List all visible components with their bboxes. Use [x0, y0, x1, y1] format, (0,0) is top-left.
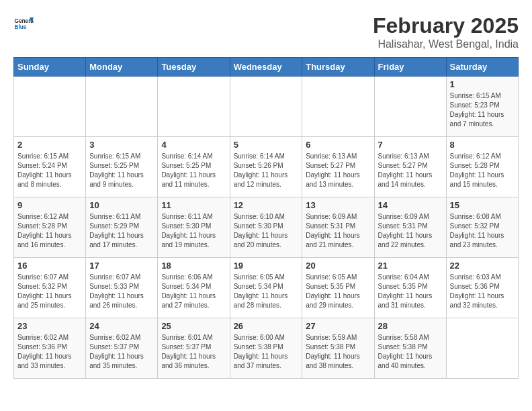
calendar-cell: 7Sunrise: 6:13 AM Sunset: 5:27 PM Daylig… — [374, 137, 446, 197]
calendar-cell: 24Sunrise: 6:02 AM Sunset: 5:37 PM Dayli… — [86, 318, 158, 379]
calendar-week-2: 9Sunrise: 6:12 AM Sunset: 5:28 PM Daylig… — [14, 197, 519, 258]
calendar-cell: 25Sunrise: 6:01 AM Sunset: 5:37 PM Dayli… — [158, 318, 230, 379]
calendar-cell: 28Sunrise: 5:58 AM Sunset: 5:38 PM Dayli… — [374, 318, 446, 379]
calendar-cell — [158, 77, 230, 137]
calendar-cell: 21Sunrise: 6:04 AM Sunset: 5:35 PM Dayli… — [374, 258, 446, 318]
day-info: Sunrise: 6:15 AM Sunset: 5:23 PM Dayligh… — [450, 91, 515, 129]
day-number: 16 — [17, 261, 82, 271]
calendar-cell — [14, 77, 86, 137]
day-info: Sunrise: 6:12 AM Sunset: 5:28 PM Dayligh… — [17, 212, 82, 250]
day-number: 28 — [378, 321, 443, 331]
day-number: 13 — [306, 200, 370, 210]
calendar-week-0: 1Sunrise: 6:15 AM Sunset: 5:23 PM Daylig… — [14, 77, 519, 137]
calendar-cell: 4Sunrise: 6:14 AM Sunset: 5:25 PM Daylig… — [158, 137, 230, 197]
day-number: 9 — [17, 200, 82, 210]
day-number: 4 — [161, 140, 226, 150]
day-info: Sunrise: 6:10 AM Sunset: 5:30 PM Dayligh… — [234, 212, 299, 250]
logo: General Blue — [13, 13, 34, 34]
day-number: 20 — [306, 261, 370, 271]
day-info: Sunrise: 6:02 AM Sunset: 5:36 PM Dayligh… — [17, 333, 82, 371]
day-info: Sunrise: 6:14 AM Sunset: 5:26 PM Dayligh… — [234, 152, 299, 189]
day-number: 26 — [234, 321, 299, 331]
day-info: Sunrise: 6:12 AM Sunset: 5:28 PM Dayligh… — [450, 152, 515, 189]
day-number: 1 — [450, 79, 515, 89]
calendar-cell: 22Sunrise: 6:03 AM Sunset: 5:36 PM Dayli… — [446, 258, 518, 318]
day-number: 6 — [306, 140, 370, 150]
column-header-saturday: Saturday — [446, 58, 518, 77]
column-header-tuesday: Tuesday — [158, 58, 230, 77]
day-info: Sunrise: 6:15 AM Sunset: 5:25 PM Dayligh… — [89, 152, 154, 189]
calendar-cell: 9Sunrise: 6:12 AM Sunset: 5:28 PM Daylig… — [14, 197, 86, 258]
day-number: 8 — [450, 140, 515, 150]
svg-text:Blue: Blue — [15, 24, 27, 30]
calendar-cell: 11Sunrise: 6:11 AM Sunset: 5:30 PM Dayli… — [158, 197, 230, 258]
day-number: 25 — [161, 321, 226, 331]
day-number: 22 — [450, 261, 515, 271]
calendar-cell: 12Sunrise: 6:10 AM Sunset: 5:30 PM Dayli… — [230, 197, 302, 258]
day-info: Sunrise: 6:13 AM Sunset: 5:27 PM Dayligh… — [378, 152, 443, 189]
calendar-week-3: 16Sunrise: 6:07 AM Sunset: 5:32 PM Dayli… — [14, 258, 519, 318]
day-number: 14 — [378, 200, 443, 210]
calendar-cell — [374, 77, 446, 137]
calendar-cell: 14Sunrise: 6:09 AM Sunset: 5:31 PM Dayli… — [374, 197, 446, 258]
calendar-week-1: 2Sunrise: 6:15 AM Sunset: 5:24 PM Daylig… — [14, 137, 519, 197]
day-number: 10 — [89, 200, 154, 210]
day-info: Sunrise: 5:59 AM Sunset: 5:38 PM Dayligh… — [306, 333, 370, 371]
day-number: 23 — [17, 321, 82, 331]
calendar-cell — [446, 318, 518, 379]
month-title: February 2025 — [373, 13, 519, 38]
day-info: Sunrise: 6:04 AM Sunset: 5:35 PM Dayligh… — [378, 273, 443, 310]
day-info: Sunrise: 6:09 AM Sunset: 5:31 PM Dayligh… — [306, 212, 370, 250]
day-info: Sunrise: 6:11 AM Sunset: 5:30 PM Dayligh… — [161, 212, 226, 250]
column-header-sunday: Sunday — [14, 58, 86, 77]
day-info: Sunrise: 6:11 AM Sunset: 5:29 PM Dayligh… — [89, 212, 154, 250]
day-info: Sunrise: 6:15 AM Sunset: 5:24 PM Dayligh… — [17, 152, 82, 189]
calendar-header-row: SundayMondayTuesdayWednesdayThursdayFrid… — [14, 58, 519, 77]
day-info: Sunrise: 6:03 AM Sunset: 5:36 PM Dayligh… — [450, 273, 515, 310]
calendar-cell — [86, 77, 158, 137]
calendar-table: SundayMondayTuesdayWednesdayThursdayFrid… — [13, 57, 519, 379]
column-header-friday: Friday — [374, 58, 446, 77]
day-number: 15 — [450, 200, 515, 210]
day-number: 17 — [89, 261, 154, 271]
calendar-cell: 19Sunrise: 6:05 AM Sunset: 5:34 PM Dayli… — [230, 258, 302, 318]
day-number: 18 — [161, 261, 226, 271]
calendar-cell: 17Sunrise: 6:07 AM Sunset: 5:33 PM Dayli… — [86, 258, 158, 318]
calendar-cell: 2Sunrise: 6:15 AM Sunset: 5:24 PM Daylig… — [14, 137, 86, 197]
calendar-body: 1Sunrise: 6:15 AM Sunset: 5:23 PM Daylig… — [14, 77, 519, 379]
calendar-cell — [230, 77, 302, 137]
day-number: 11 — [161, 200, 226, 210]
title-area: February 2025 Halisahar, West Bengal, In… — [373, 13, 519, 50]
day-number: 19 — [234, 261, 299, 271]
day-number: 21 — [378, 261, 443, 271]
calendar-cell: 8Sunrise: 6:12 AM Sunset: 5:28 PM Daylig… — [446, 137, 518, 197]
calendar-cell: 20Sunrise: 6:05 AM Sunset: 5:35 PM Dayli… — [302, 258, 374, 318]
day-info: Sunrise: 5:58 AM Sunset: 5:38 PM Dayligh… — [378, 333, 443, 371]
calendar-cell: 3Sunrise: 6:15 AM Sunset: 5:25 PM Daylig… — [86, 137, 158, 197]
day-info: Sunrise: 6:14 AM Sunset: 5:25 PM Dayligh… — [161, 152, 226, 189]
day-info: Sunrise: 6:02 AM Sunset: 5:37 PM Dayligh… — [89, 333, 154, 371]
calendar-cell: 23Sunrise: 6:02 AM Sunset: 5:36 PM Dayli… — [14, 318, 86, 379]
day-number: 24 — [89, 321, 154, 331]
calendar-cell: 1Sunrise: 6:15 AM Sunset: 5:23 PM Daylig… — [446, 77, 518, 137]
day-info: Sunrise: 6:06 AM Sunset: 5:34 PM Dayligh… — [161, 273, 226, 310]
day-info: Sunrise: 6:08 AM Sunset: 5:32 PM Dayligh… — [450, 212, 515, 250]
calendar-cell: 6Sunrise: 6:13 AM Sunset: 5:27 PM Daylig… — [302, 137, 374, 197]
header: General Blue February 2025 Halisahar, We… — [13, 13, 519, 50]
column-header-monday: Monday — [86, 58, 158, 77]
day-info: Sunrise: 6:05 AM Sunset: 5:35 PM Dayligh… — [306, 273, 370, 310]
day-info: Sunrise: 6:07 AM Sunset: 5:33 PM Dayligh… — [89, 273, 154, 310]
day-info: Sunrise: 6:01 AM Sunset: 5:37 PM Dayligh… — [161, 333, 226, 371]
calendar-cell: 26Sunrise: 6:00 AM Sunset: 5:38 PM Dayli… — [230, 318, 302, 379]
calendar-cell: 13Sunrise: 6:09 AM Sunset: 5:31 PM Dayli… — [302, 197, 374, 258]
column-header-wednesday: Wednesday — [230, 58, 302, 77]
day-info: Sunrise: 6:09 AM Sunset: 5:31 PM Dayligh… — [378, 212, 443, 250]
calendar-cell: 16Sunrise: 6:07 AM Sunset: 5:32 PM Dayli… — [14, 258, 86, 318]
day-number: 27 — [306, 321, 370, 331]
day-number: 3 — [89, 140, 154, 150]
day-number: 12 — [234, 200, 299, 210]
calendar-cell: 27Sunrise: 5:59 AM Sunset: 5:38 PM Dayli… — [302, 318, 374, 379]
calendar-cell: 5Sunrise: 6:14 AM Sunset: 5:26 PM Daylig… — [230, 137, 302, 197]
calendar-cell — [302, 77, 374, 137]
calendar-cell: 15Sunrise: 6:08 AM Sunset: 5:32 PM Dayli… — [446, 197, 518, 258]
